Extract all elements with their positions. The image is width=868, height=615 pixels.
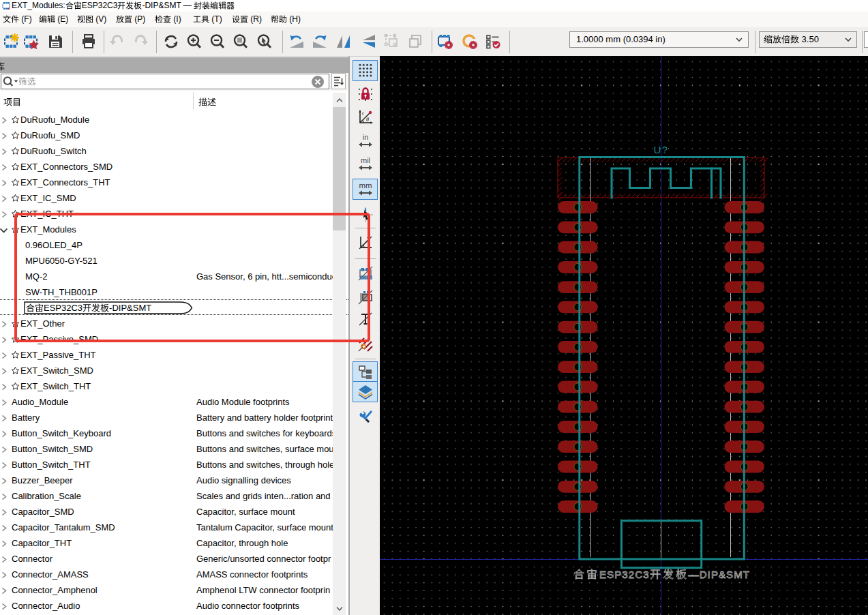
svg-text:U?: U? bbox=[653, 144, 668, 155]
svg-text:mil: mil bbox=[361, 156, 370, 164]
svg-text:mm: mm bbox=[359, 181, 372, 190]
svg-text:in: in bbox=[363, 133, 369, 141]
svg-text:r: r bbox=[362, 110, 364, 117]
svg-text:θ: θ bbox=[366, 117, 369, 123]
